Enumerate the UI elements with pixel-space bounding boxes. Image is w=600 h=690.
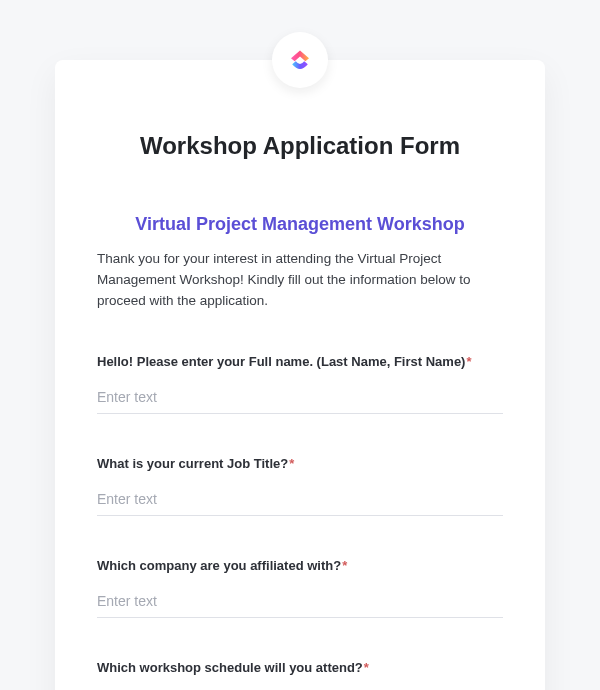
field-job-title: What is your current Job Title?* bbox=[97, 456, 503, 516]
company-label: Which company are you affiliated with?* bbox=[97, 558, 503, 573]
field-company: Which company are you affiliated with?* bbox=[97, 558, 503, 618]
field-full-name: Hello! Please enter your Full name. (Las… bbox=[97, 354, 503, 414]
schedule-select[interactable]: – ▾ bbox=[97, 685, 503, 690]
job-title-label: What is your current Job Title?* bbox=[97, 456, 503, 471]
required-marker: * bbox=[289, 456, 294, 471]
full-name-label: Hello! Please enter your Full name. (Las… bbox=[97, 354, 503, 369]
logo-badge bbox=[272, 32, 328, 88]
job-title-input[interactable] bbox=[97, 481, 503, 516]
field-schedule: Which workshop schedule will you attend?… bbox=[97, 660, 503, 690]
required-marker: * bbox=[342, 558, 347, 573]
intro-text: Thank you for your interest in attending… bbox=[97, 249, 503, 312]
schedule-label-text: Which workshop schedule will you attend? bbox=[97, 660, 363, 675]
required-marker: * bbox=[466, 354, 471, 369]
page-title: Workshop Application Form bbox=[97, 132, 503, 160]
event-title: Virtual Project Management Workshop bbox=[97, 214, 503, 235]
full-name-input[interactable] bbox=[97, 379, 503, 414]
form-card: Workshop Application Form Virtual Projec… bbox=[55, 60, 545, 690]
company-input[interactable] bbox=[97, 583, 503, 618]
full-name-label-text: Hello! Please enter your Full name. (Las… bbox=[97, 354, 465, 369]
required-marker: * bbox=[364, 660, 369, 675]
company-label-text: Which company are you affiliated with? bbox=[97, 558, 341, 573]
job-title-label-text: What is your current Job Title? bbox=[97, 456, 288, 471]
clickup-logo-icon bbox=[285, 45, 315, 75]
schedule-label: Which workshop schedule will you attend?… bbox=[97, 660, 503, 675]
